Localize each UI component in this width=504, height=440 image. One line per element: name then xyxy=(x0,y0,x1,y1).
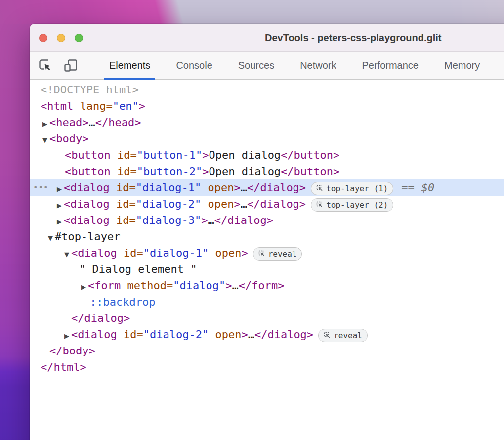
code-token: "en" xyxy=(113,100,139,112)
tree-row[interactable]: <html lang="en"> xyxy=(30,98,504,114)
expand-arrow-icon[interactable]: ▶ xyxy=(57,181,64,197)
code-token: <button xyxy=(65,165,117,177)
code-token: id= xyxy=(124,328,143,341)
code-token: <head> xyxy=(49,116,88,129)
expand-arrow-icon[interactable]: ▼ xyxy=(48,230,55,246)
code-token: > xyxy=(234,198,240,210)
code-token: </html> xyxy=(41,361,86,373)
reveal-badge[interactable]: reveal xyxy=(253,247,302,261)
tree-row[interactable]: ▶<dialog id="dialog-2" open>…</dialog>re… xyxy=(30,326,504,343)
tree-row[interactable]: <button id="button-1">Open dialog</butto… xyxy=(30,147,504,163)
tab-elements[interactable]: Elements xyxy=(96,52,163,79)
inspect-element-icon[interactable] xyxy=(38,58,52,73)
code-token: id= xyxy=(117,165,137,177)
code-token: <!DOCTYPE html> xyxy=(41,84,139,96)
code-token: id= xyxy=(124,247,143,259)
code-token: … xyxy=(248,328,254,341)
more-actions-icon[interactable]: ••• xyxy=(33,179,48,196)
tree-row[interactable]: •••▶<dialog id="dialog-1" open>…</dialog… xyxy=(30,179,504,196)
code-token: open xyxy=(201,198,234,210)
expand-arrow-icon[interactable]: ▶ xyxy=(42,116,49,132)
code-token: </dialog> xyxy=(254,328,313,341)
tree-row[interactable]: </html> xyxy=(30,359,504,375)
code-token: id= xyxy=(116,181,136,194)
reveal-badge[interactable]: reveal xyxy=(318,329,368,342)
code-token: "dialog-3" xyxy=(136,214,201,226)
code-token: "dialog-2" xyxy=(143,328,209,341)
code-token: <dialog xyxy=(71,328,124,341)
code-token: </dialog> xyxy=(247,198,306,210)
titlebar[interactable]: DevTools - peters-css-playground.glit xyxy=(30,24,504,52)
tree-row[interactable]: ▼#top-layer xyxy=(30,228,504,245)
reveal-adorner-icon xyxy=(316,201,323,208)
code-token: > xyxy=(225,279,232,292)
code-token: … xyxy=(88,116,95,129)
badge-label: reveal xyxy=(334,331,362,340)
tree-row[interactable]: </body> xyxy=(30,343,504,359)
code-token: #top-layer xyxy=(55,230,120,243)
code-token: method= xyxy=(127,279,173,292)
tree-row[interactable]: ▶<dialog id="dialog-2" open>…</dialog>to… xyxy=(30,196,504,212)
tab-memory[interactable]: Memory xyxy=(431,52,493,79)
badge-label: reveal xyxy=(268,249,297,259)
code-token: <html xyxy=(41,100,80,112)
code-token: "button-2" xyxy=(137,165,202,177)
toolbar-separator xyxy=(88,58,88,72)
badge-label: top-layer (1) xyxy=(326,184,388,193)
code-token: "dialog" xyxy=(173,279,225,292)
code-token: </head> xyxy=(95,116,141,129)
close-button[interactable] xyxy=(39,34,47,42)
code-token: > xyxy=(202,149,209,161)
minimize-button[interactable] xyxy=(57,34,65,42)
tree-row[interactable]: </dialog> xyxy=(30,310,504,326)
code-token: " Dialog element " xyxy=(79,263,197,275)
code-token: open xyxy=(209,328,241,341)
code-token: open xyxy=(201,181,234,194)
tab-sources[interactable]: Sources xyxy=(225,52,287,79)
tree-row[interactable]: <button id="button-2">Open dialog</butto… xyxy=(30,163,504,179)
code-token: "dialog-2" xyxy=(136,198,201,210)
code-token: <dialog xyxy=(64,198,116,210)
top-layer-badge[interactable]: top-layer (1) xyxy=(311,182,393,195)
dom-tree: <!DOCTYPE html><html lang="en">▶<head>…<… xyxy=(30,80,504,375)
expand-arrow-icon[interactable]: ▶ xyxy=(57,214,64,230)
code-token: Open dialog xyxy=(209,149,281,161)
code-token: id= xyxy=(116,214,136,226)
window-title: DevTools - peters-css-playground.glit xyxy=(265,24,441,51)
tree-row[interactable]: ▶<form method="dialog">…</form> xyxy=(30,277,504,294)
expand-arrow-icon[interactable]: ▼ xyxy=(42,132,49,148)
code-token: <form xyxy=(88,279,127,292)
code-token: … xyxy=(208,214,214,226)
reveal-adorner-icon xyxy=(324,332,331,339)
device-toolbar-icon[interactable] xyxy=(63,58,78,73)
code-token: "dialog-1" xyxy=(143,247,209,259)
tab-performance[interactable]: Performance xyxy=(349,52,432,79)
expand-arrow-icon[interactable]: ▼ xyxy=(64,246,71,263)
reveal-adorner-icon xyxy=(258,250,265,257)
expand-arrow-icon[interactable]: ▶ xyxy=(57,197,64,214)
tree-row[interactable]: <!DOCTYPE html> xyxy=(30,82,504,98)
tree-row[interactable]: ▶<dialog id="dialog-3">…</dialog> xyxy=(30,212,504,228)
zoom-button[interactable] xyxy=(75,34,83,42)
tree-row[interactable]: " Dialog element " xyxy=(30,261,504,277)
tree-row[interactable]: ▼<dialog id="dialog-1" open>reveal xyxy=(30,245,504,261)
console-variable-reference: $0 xyxy=(421,181,435,194)
code-token: … xyxy=(241,198,247,210)
tree-row[interactable]: ::backdrop xyxy=(30,294,504,310)
code-token: <dialog xyxy=(64,214,116,226)
badge-label: top-layer (2) xyxy=(326,200,388,210)
reveal-adorner-icon xyxy=(316,185,323,192)
tree-row[interactable]: ▼<body> xyxy=(30,131,504,147)
devtools-toolbar: ElementsConsoleSourcesNetworkPerformance… xyxy=(30,52,504,80)
expand-arrow-icon[interactable]: ▶ xyxy=(64,328,71,344)
tab-console[interactable]: Console xyxy=(163,52,225,79)
tab-strip: ElementsConsoleSourcesNetworkPerformance… xyxy=(96,52,493,79)
expand-arrow-icon[interactable]: ▶ xyxy=(81,279,88,295)
code-token: </body> xyxy=(49,345,95,357)
code-token: <dialog xyxy=(64,181,116,194)
top-layer-badge[interactable]: top-layer (2) xyxy=(311,198,393,212)
tree-row[interactable]: ▶<head>…</head> xyxy=(30,114,504,131)
tab-network[interactable]: Network xyxy=(287,52,349,79)
code-token: </dialog> xyxy=(214,214,273,226)
code-token: "button-1" xyxy=(137,149,202,161)
